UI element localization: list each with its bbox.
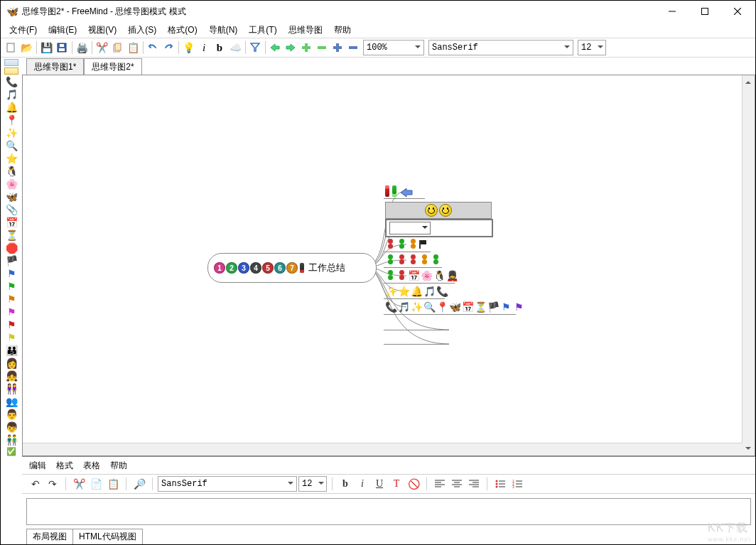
child-node-people1[interactable] <box>385 239 426 250</box>
list-number-icon[interactable]: 123 <box>509 476 525 492</box>
female-icon[interactable]: 👩 <box>4 357 18 369</box>
list-bullet-icon[interactable] <box>492 476 508 492</box>
remove-node-icon[interactable] <box>314 40 330 55</box>
wand-icon[interactable]: ✨ <box>4 127 18 139</box>
attach-icon[interactable]: 📎 <box>4 204 18 215</box>
editor-undo-icon[interactable]: ↶ <box>28 476 43 492</box>
filter-icon[interactable] <box>247 40 263 55</box>
yellowflag-icon[interactable]: ⚑ <box>4 332 18 343</box>
child-node-smileys[interactable] <box>385 202 492 219</box>
vertical-scrollbar[interactable] <box>742 75 755 455</box>
close-button[interactable] <box>721 1 754 22</box>
horizontal-scrollbar[interactable] <box>23 443 742 455</box>
stop-icon[interactable]: 🛑 <box>4 242 18 254</box>
save-icon[interactable]: 💾 <box>38 40 54 55</box>
align-center-icon[interactable] <box>449 476 465 492</box>
add-node-icon[interactable] <box>298 40 314 55</box>
percent-icon[interactable]: ✅ <box>4 447 18 456</box>
editor-font-select[interactable]: SansSerif <box>158 476 297 492</box>
child-node-big[interactable]: 📞 🎵 ✨ 🔍 📍 🦋 📅 ⏳ 🏴 ⚑ ⚑ <box>385 301 524 313</box>
greenflag-icon[interactable]: ⚑ <box>4 281 18 292</box>
editor-menu-edit[interactable]: 编辑 <box>29 460 46 472</box>
phone-icon[interactable]: 📞 <box>4 76 18 87</box>
editor-menu-help[interactable]: 帮助 <box>110 460 127 472</box>
child-node-mixed1[interactable]: 📅 🌸 🐧 💂 <box>385 270 458 281</box>
star-icon[interactable]: ⭐ <box>4 153 18 164</box>
align-right-icon[interactable] <box>466 476 482 492</box>
node-edit-dropdown[interactable] <box>389 222 431 234</box>
music-icon[interactable]: 🎵 <box>4 89 18 100</box>
female2-icon[interactable]: 👧 <box>4 370 18 382</box>
mindmap-root-node[interactable]: 1 2 3 4 5 6 7 工作总结 <box>207 253 377 283</box>
editor-cut-icon[interactable]: ✂️ <box>71 476 87 492</box>
child-node-mixed2[interactable]: ✨ ⭐ 🔔 🎵 📞 <box>385 286 448 297</box>
editor-textarea[interactable] <box>26 498 751 525</box>
butterfly-icon[interactable]: 🦋 <box>4 191 18 203</box>
blueflag-icon[interactable]: ⚑ <box>4 268 18 279</box>
menu-file[interactable]: 文件(F) <box>4 23 43 38</box>
minimize-button[interactable] <box>656 1 688 22</box>
calendar-icon[interactable]: 📅 <box>4 217 18 228</box>
blackflag-icon[interactable]: 🏴 <box>4 255 18 266</box>
undo-icon[interactable] <box>145 40 161 55</box>
menu-view[interactable]: 视图(V) <box>82 23 122 38</box>
penguin-icon[interactable]: 🐧 <box>4 166 18 177</box>
maximize-button[interactable] <box>688 1 721 22</box>
new-icon[interactable] <box>3 40 18 55</box>
menu-edit[interactable]: 编辑(E) <box>43 23 82 38</box>
pin-icon[interactable]: 📍 <box>4 114 18 126</box>
side-panel2-icon[interactable] <box>4 68 18 75</box>
editor-tab-html[interactable]: HTML代码视图 <box>72 529 143 544</box>
side-panel1-icon[interactable] <box>4 59 18 66</box>
saveas-icon[interactable] <box>54 40 70 55</box>
italic-icon[interactable]: i <box>196 40 212 55</box>
open-icon[interactable]: 📂 <box>18 40 34 55</box>
bold-icon[interactable]: b <box>212 40 227 55</box>
editor-find-icon[interactable]: 🔎 <box>131 476 147 492</box>
menu-nav[interactable]: 导航(N) <box>203 23 244 38</box>
orangeflag-icon[interactable]: ⚑ <box>4 293 18 305</box>
editor-underline-icon[interactable]: U <box>372 476 387 492</box>
fontsize-select[interactable]: 12 <box>578 40 606 55</box>
font-select[interactable]: SansSerif <box>428 40 573 55</box>
editor-menu-table[interactable]: 表格 <box>83 460 100 472</box>
redo-icon[interactable] <box>161 40 176 55</box>
magentaflag-icon[interactable]: ⚑ <box>4 306 18 318</box>
mindmap-canvas[interactable]: 1 2 3 4 5 6 7 工作总结 <box>23 75 742 443</box>
doc-tab-2[interactable]: 思维导图2* <box>84 58 141 75</box>
menu-mindmap[interactable]: 思维导图 <box>283 23 328 38</box>
paste-icon[interactable]: 📋 <box>125 40 141 55</box>
hourglass-icon[interactable]: ⏳ <box>4 230 18 241</box>
doc-tab-1[interactable]: 思维导图1* <box>26 58 84 75</box>
zoomin-icon[interactable] <box>330 40 345 55</box>
child-node-editing[interactable] <box>385 219 493 237</box>
menu-tools[interactable]: 工具(T) <box>243 23 282 38</box>
menu-format[interactable]: 格式(O) <box>162 23 202 38</box>
editor-fontsize-select[interactable]: 12 <box>298 476 327 492</box>
align-left-icon[interactable] <box>432 476 448 492</box>
zoom-select[interactable]: 100% <box>363 40 424 55</box>
family-icon[interactable]: 👪 <box>4 345 18 356</box>
editor-menu-format[interactable]: 格式 <box>56 460 73 472</box>
male2-icon[interactable]: 👦 <box>4 421 18 433</box>
bell-icon[interactable]: 🔔 <box>4 102 18 113</box>
magnifier-icon[interactable]: 🔍 <box>4 140 18 151</box>
child-node-people2[interactable] <box>385 254 441 266</box>
idea-icon[interactable]: 💡 <box>180 40 196 55</box>
editor-tab-layout[interactable]: 布局视图 <box>26 529 73 544</box>
print-icon[interactable]: 🖨️ <box>74 40 90 55</box>
cut-icon[interactable]: ✂️ <box>94 40 109 55</box>
zoomout-icon[interactable] <box>345 40 361 55</box>
males-icon[interactable]: 👬 <box>4 434 18 446</box>
females-icon[interactable]: 👭 <box>4 383 18 394</box>
editor-clear-icon[interactable]: 🚫 <box>406 476 421 492</box>
copy-icon[interactable] <box>109 40 125 55</box>
group-icon[interactable]: 👥 <box>4 396 18 407</box>
editor-italic-icon[interactable]: i <box>355 476 370 492</box>
editor-paste-icon[interactable]: 📋 <box>105 476 121 492</box>
editor-textcolor-icon[interactable]: T <box>389 476 404 492</box>
editor-redo-icon[interactable]: ↷ <box>45 476 60 492</box>
editor-bold-icon[interactable]: b <box>338 476 353 492</box>
menu-help[interactable]: 帮助 <box>328 23 357 38</box>
nav-forward-icon[interactable] <box>283 40 298 55</box>
